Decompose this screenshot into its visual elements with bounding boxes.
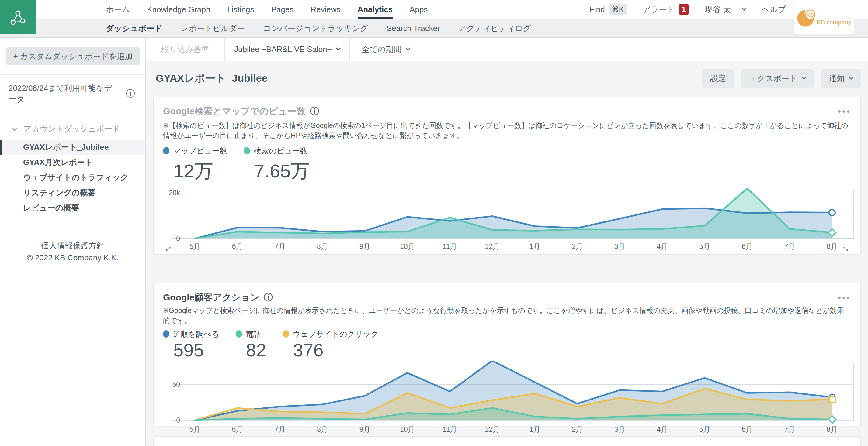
topnav-item-listings[interactable]: Listings xyxy=(227,0,254,19)
legend-label: 道順を調べる xyxy=(173,329,219,339)
subnav-item-ダッシュボード[interactable]: ダッシュボード xyxy=(106,23,162,34)
x-axis-tick-label: 5月 xyxy=(189,242,200,250)
overflow-menu-icon[interactable]: ••• xyxy=(838,295,851,300)
series-total: 12万 xyxy=(173,158,227,184)
alerts-button[interactable]: アラート 1 xyxy=(643,4,689,15)
find-button[interactable]: Find ⌘K xyxy=(589,4,627,15)
sidebar-item[interactable]: GYAXレポート_Jubilee xyxy=(0,140,145,155)
period-filter-value: 全ての期間 xyxy=(362,44,401,55)
series-total: 376 xyxy=(293,340,378,361)
series-stat: 道順を調べる595 xyxy=(163,329,219,361)
subnav-item-コンバージョントラッキング[interactable]: コンバージョントラッキング xyxy=(263,23,368,34)
x-axis-tick-label: 7月 xyxy=(274,242,285,250)
command-k-shortcut: ⌘K xyxy=(609,4,627,15)
network-graph-icon xyxy=(8,8,28,27)
x-axis-tick-label: 8月 xyxy=(317,425,328,433)
sidebar-item[interactable]: ウェブサイトのトラフィック xyxy=(0,170,145,185)
x-axis-tick-label: 2月 xyxy=(572,425,583,433)
legend-dot xyxy=(244,147,250,155)
subnav-item-アクティビティログ[interactable]: アクティビティログ xyxy=(458,23,531,34)
overflow-menu-icon[interactable]: ••• xyxy=(838,109,851,114)
chevron-down-icon xyxy=(742,6,747,11)
y-axis-tick-label: 20k xyxy=(169,189,180,197)
info-icon[interactable]: ⓘ xyxy=(264,291,273,304)
legend-dot xyxy=(163,330,169,338)
account-dashboards-section-toggle[interactable]: アカウントダッシュボード xyxy=(0,113,145,140)
period-filter-dropdown[interactable]: 全ての期間 xyxy=(349,38,422,61)
x-axis-tick-label: 10月 xyxy=(400,242,415,250)
card-next-widget xyxy=(153,436,861,446)
x-axis-tick-label: 9月 xyxy=(360,242,370,250)
legend-label: ウェブサイトのクリック xyxy=(293,329,378,339)
area-chart-canvas[interactable]: 5005月6月7月8月9月10月11月12月1月2月3月4月5月6月7月8月 xyxy=(163,361,854,435)
topnav-item-analytics[interactable]: Analytics xyxy=(358,0,393,19)
x-axis-tick-label: 8月 xyxy=(827,425,838,433)
primary-nav: ホームKnowledge GraphListingsPagesReviewsAn… xyxy=(106,0,428,19)
x-axis-tick-label: 1月 xyxy=(529,425,540,433)
chart-stats: 道順を調べる595電話82ウェブサイトのクリック376 xyxy=(163,329,851,361)
x-axis-tick-label: 6月 xyxy=(232,425,243,433)
dashboard-list: GYAXレポート_JubileeGYAX月次レポートウェブサイトのトラフィックリ… xyxy=(0,140,145,216)
chart-title: Google検索とマップでのビュー数 ⓘ xyxy=(163,105,319,117)
x-axis-tick-label: 5月 xyxy=(699,242,710,250)
settings-button[interactable]: 設定 xyxy=(702,69,734,88)
topnav-item-reviews[interactable]: Reviews xyxy=(311,0,340,19)
topnav-item-knowledge-graph[interactable]: Knowledge Graph xyxy=(147,0,210,19)
info-icon[interactable]: ⓘ xyxy=(310,105,319,117)
find-label: Find xyxy=(589,5,605,14)
x-axis-tick-label: 5月 xyxy=(699,425,710,433)
legend-item: 道順を調べる xyxy=(163,329,219,339)
page-title: GYAXレポート_Jubilee xyxy=(156,71,268,85)
x-axis-tick-label: 8月 xyxy=(317,242,328,250)
subnav-item-レポートビルダー[interactable]: レポートビルダー xyxy=(181,23,245,34)
kb-company-name: KB company xyxy=(816,19,851,26)
entity-filter-dropdown[interactable]: Jubilee ~BAR&LIVE Salon~ xyxy=(224,38,349,61)
data-availability-text: 2022/08/24まで利用可能なデータ xyxy=(8,83,118,105)
help-button[interactable]: ヘルプ xyxy=(762,4,786,15)
export-button[interactable]: エクスポート xyxy=(741,69,813,88)
topnav-item-apps[interactable]: Apps xyxy=(410,0,428,19)
x-axis-tick-label: 9月 xyxy=(360,425,370,433)
add-custom-dashboard-button[interactable]: + カスタムダッシュボードを追加 xyxy=(6,47,140,65)
x-axis-tick-label: 2月 xyxy=(572,242,583,250)
user-menu[interactable]: 堺谷 太一 xyxy=(705,4,746,15)
x-axis-tick-label: 4月 xyxy=(657,425,668,433)
legend-item: 電話 xyxy=(236,329,267,339)
legend-label: マップビュー数 xyxy=(173,146,227,156)
series-total: 7.65万 xyxy=(254,158,310,184)
series-stat: ウェブサイトのクリック376 xyxy=(283,329,378,361)
series-total: 82 xyxy=(246,340,267,361)
chart-plot-area: 5005月6月7月8月9月10月11月12月1月2月3月4月5月6月7月8月 xyxy=(163,361,851,435)
sidebar-item[interactable]: レビューの概要 xyxy=(0,201,145,216)
x-axis-tick-label: 7月 xyxy=(274,425,285,433)
top-navigation: ホームKnowledge GraphListingsPagesReviewsAn… xyxy=(0,0,868,20)
sidebar-item[interactable]: リスティングの概要 xyxy=(0,185,145,201)
topnav-item-pages[interactable]: Pages xyxy=(271,0,294,19)
legend-dot xyxy=(283,330,289,338)
chevron-down-icon xyxy=(406,46,411,51)
x-axis-tick-label: 10月 xyxy=(400,425,415,433)
chevron-down-icon xyxy=(12,126,17,131)
gyax-logo[interactable] xyxy=(0,0,36,34)
topnav-item-ホーム[interactable]: ホーム xyxy=(106,0,130,19)
x-axis-tick-label: 6月 xyxy=(742,242,753,250)
sidebar-item[interactable]: GYAX月次レポート xyxy=(0,155,145,170)
info-icon[interactable]: ⓘ xyxy=(126,88,135,100)
chart-stats: マップビュー数12万検索のビュー数7.65万 xyxy=(163,146,851,184)
legend-item: ウェブサイトのクリック xyxy=(283,329,378,339)
endpoint-marker xyxy=(829,396,835,402)
privacy-policy-link[interactable]: 個人情報保護方針 xyxy=(0,239,145,251)
chart-title: Google顧客アクション ⓘ xyxy=(163,291,273,304)
filter-bar: 絞り込み基準 Jubilee ~BAR&LIVE Salon~ 全ての期間 xyxy=(146,38,868,61)
series-stat: 電話82 xyxy=(236,329,267,361)
y-axis-tick-label: 0 xyxy=(176,235,180,242)
legend-label: 電話 xyxy=(246,329,261,339)
area-chart-canvas[interactable]: 20k05月6月7月8月9月10月11月12月1月2月3月4月5月6月7月8月 xyxy=(163,188,854,252)
entity-filter-value: Jubilee ~BAR&LIVE Salon~ xyxy=(234,45,332,54)
x-axis-tick-label: 7月 xyxy=(784,425,795,433)
endpoint-marker xyxy=(829,209,835,215)
notifications-button[interactable]: 通知 xyxy=(821,69,861,88)
subnav-item-search-tracker[interactable]: Search Tracker xyxy=(386,24,440,33)
chart-description: ※【検索のビュー数】は御社のビジネス情報がGoogleの検索の1ページ目に出てき… xyxy=(163,121,850,141)
x-axis-tick-label: 12月 xyxy=(485,242,500,250)
